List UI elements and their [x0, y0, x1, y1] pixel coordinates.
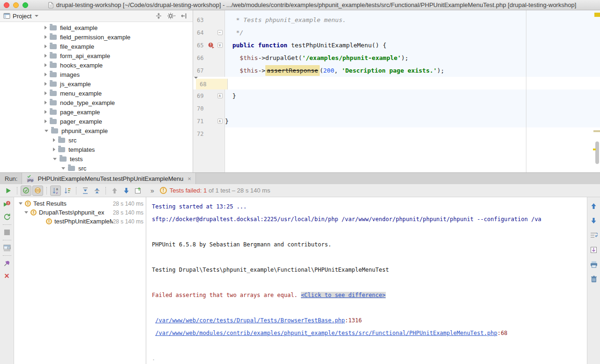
chevron-down-icon[interactable]: [61, 167, 65, 170]
chevron-right-icon[interactable]: [45, 82, 47, 86]
project-panel-title[interactable]: Project: [13, 13, 31, 20]
editor-line-72[interactable]: 72: [193, 127, 600, 140]
editor-line-65[interactable]: 65!∨ public function testPhpUnitExampleM…: [193, 39, 600, 52]
next-failed-test-button[interactable]: [121, 186, 132, 196]
failed-test-gutter-icon[interactable]: !: [206, 42, 216, 49]
settings-gear-button[interactable]: [166, 11, 176, 21]
editor-line-67[interactable]: 67 $this->assertResponse(200, 'Descripti…: [193, 64, 600, 77]
chevron-right-icon[interactable]: [53, 148, 55, 151]
rerun-tests-button[interactable]: [3, 186, 14, 196]
zoom-window-button[interactable]: [22, 2, 28, 8]
import-test-results-button[interactable]: [133, 186, 143, 196]
code-line[interactable]: }: [225, 89, 600, 102]
code-line[interactable]: }: [225, 115, 600, 127]
expand-all-button[interactable]: [80, 186, 90, 196]
editor-line-68[interactable]: 68 $this->assertEquals([1, 2], [3, 4]);: [194, 77, 198, 89]
clear-all-button[interactable]: [589, 275, 599, 283]
editor-empty-area[interactable]: [193, 140, 600, 172]
editor-line-71[interactable]: 71∧}: [193, 115, 600, 127]
chevron-down-icon[interactable]: [45, 130, 48, 132]
chevron-down-icon[interactable]: [24, 211, 28, 214]
tree-item-src[interactable]: src: [0, 163, 193, 172]
stop-button[interactable]: [2, 228, 12, 237]
tree-item-menu_example[interactable]: menu_example: [0, 89, 193, 98]
tree-item-js_example[interactable]: js_example: [0, 79, 193, 89]
tree-item-field_example[interactable]: field_example: [0, 23, 193, 32]
editor[interactable]: 63 * Tests phpunit_example menus.64− */6…: [193, 10, 600, 172]
editor-line-69[interactable]: 69∧ }: [193, 89, 600, 102]
prev-occurrence-button[interactable]: [589, 202, 599, 210]
tree-item-field_permission_example[interactable]: field_permission_example: [0, 32, 193, 42]
chevron-down-icon[interactable]: [35, 15, 38, 17]
minimize-window-button[interactable]: [13, 2, 19, 8]
console-link[interactable]: <Click to see difference>: [301, 292, 386, 298]
tree-item-templates[interactable]: templates: [0, 145, 193, 154]
select-opened-file-button[interactable]: [153, 11, 164, 21]
code-line[interactable]: * Tests phpunit_example menus.: [225, 14, 600, 26]
test-tree-row[interactable]: !Drupal\Tests\phpunit_ex28 s 140 ms: [14, 208, 146, 217]
code-line[interactable]: [225, 127, 600, 140]
next-occurrence-button[interactable]: [589, 216, 599, 225]
close-tab-icon[interactable]: ×: [188, 176, 191, 182]
soft-wrap-button[interactable]: [589, 231, 599, 239]
error-stripe-mark[interactable]: [594, 13, 600, 17]
code-line[interactable]: $this->drupalGet('/examples/phpunit-exam…: [225, 52, 600, 64]
code-line[interactable]: */: [225, 26, 600, 39]
close-window-button[interactable]: [4, 2, 9, 8]
print-button[interactable]: [589, 260, 599, 268]
tree-item-images[interactable]: images: [0, 70, 193, 79]
editor-line-70[interactable]: 70: [193, 102, 600, 115]
tree-item-page_example[interactable]: page_example: [0, 107, 193, 117]
run-configuration-tab[interactable]: php PHPUnitExampleMenuTest.testPhpUnitEx…: [22, 173, 195, 184]
fold-marker-icon[interactable]: −: [218, 30, 223, 35]
tree-item-form_api_example[interactable]: form_api_example: [0, 51, 193, 60]
tree-item-file_example[interactable]: file_example: [0, 42, 193, 51]
fold-marker-icon[interactable]: ∨: [218, 43, 223, 48]
collapse-all-button[interactable]: [91, 186, 102, 196]
rerun-failed-tests-button[interactable]: !: [2, 200, 12, 208]
chevron-right-icon[interactable]: [45, 101, 47, 104]
fold-marker-icon[interactable]: ∧: [218, 119, 223, 124]
tree-item-hooks_example[interactable]: hooks_example: [0, 60, 193, 70]
code-line[interactable]: $this->assertResponse(200, 'Description …: [225, 64, 600, 77]
more-options-button[interactable]: »: [150, 186, 154, 196]
chevron-down-icon[interactable]: [19, 202, 22, 205]
rerun-all-button[interactable]: [2, 213, 12, 221]
tree-item-tests[interactable]: tests: [0, 154, 193, 163]
chevron-right-icon[interactable]: [45, 26, 47, 30]
sort-by-duration-button[interactable]: [62, 186, 73, 196]
chevron-down-icon[interactable]: [53, 158, 57, 160]
editor-line-64[interactable]: 64− */: [193, 26, 600, 39]
chevron-right-icon[interactable]: [45, 110, 47, 114]
tree-item-phpunit_example[interactable]: phpunit_example: [0, 126, 193, 135]
test-tree-row[interactable]: !testPhpUnitExampleM28 s 140 ms: [14, 217, 146, 226]
editor-line-63[interactable]: 63 * Tests phpunit_example menus.: [193, 14, 600, 26]
editor-line-66[interactable]: 66 $this->drupalGet('/examples/phpunit-e…: [193, 52, 600, 64]
show-ignored-button[interactable]: [32, 186, 43, 196]
test-tree-row[interactable]: !Test Results28 s 140 ms: [14, 199, 146, 208]
test-console[interactable]: Testing started at 13:25 ...sftp://docke…: [146, 197, 587, 364]
editor-scrollbar[interactable]: [595, 141, 599, 164]
pin-tab-button[interactable]: [2, 259, 12, 267]
hide-panel-button[interactable]: [179, 11, 189, 21]
chevron-right-icon[interactable]: [45, 73, 47, 76]
tree-item-src[interactable]: src: [0, 135, 193, 145]
chevron-right-icon[interactable]: [45, 91, 47, 95]
close-button[interactable]: ×: [2, 272, 12, 280]
show-passed-button[interactable]: [21, 186, 31, 196]
sort-alphabetically-button[interactable]: az: [50, 186, 61, 196]
fold-marker-icon[interactable]: ∧: [218, 93, 223, 98]
chevron-right-icon[interactable]: [45, 119, 47, 123]
code-line[interactable]: [225, 102, 600, 115]
chevron-right-icon[interactable]: [45, 54, 47, 58]
console-link[interactable]: /var/www/web/core/tests/Drupal/Tests/Bro…: [155, 317, 345, 324]
chevron-right-icon[interactable]: [53, 138, 55, 142]
code-line[interactable]: public function testPhpUnitExampleMenu()…: [225, 39, 600, 52]
error-stripe-mark[interactable]: [593, 130, 600, 132]
error-stripe-mark[interactable]: [593, 149, 596, 150]
previous-failed-test-button[interactable]: [109, 186, 120, 196]
scroll-to-end-button[interactable]: [589, 245, 599, 254]
tree-item-pager_example[interactable]: pager_example: [0, 117, 193, 126]
restore-layout-button[interactable]: [2, 244, 12, 252]
console-link[interactable]: /var/www/web/modules/contrib/examples/ph…: [155, 330, 497, 336]
